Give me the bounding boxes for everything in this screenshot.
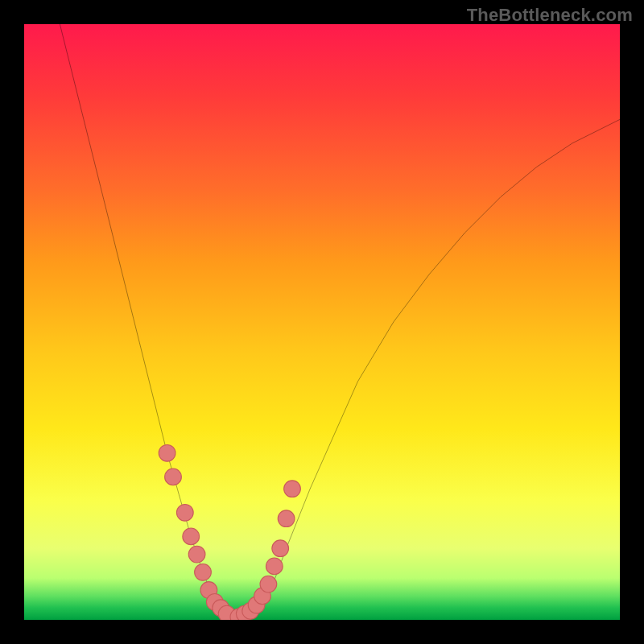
bottleneck-curve (60, 24, 620, 617)
curve-markers-left (159, 444, 235, 620)
curve-marker (165, 469, 182, 485)
curve-marker (159, 444, 175, 461)
plot-area (24, 24, 620, 620)
curve-marker (272, 540, 289, 557)
curve-marker (260, 576, 277, 592)
watermark-text: TheBottleneck.com (467, 5, 633, 26)
chart-svg (24, 24, 620, 620)
curve-marker (188, 546, 205, 563)
curve-marker (195, 564, 212, 580)
chart-frame: TheBottleneck.com (0, 0, 644, 644)
curve-marker (183, 528, 200, 545)
curve-marker (266, 558, 283, 575)
curve-markers-right (230, 481, 300, 620)
curve-marker (284, 481, 301, 497)
curve-marker (176, 504, 193, 521)
curve-marker (278, 510, 295, 527)
